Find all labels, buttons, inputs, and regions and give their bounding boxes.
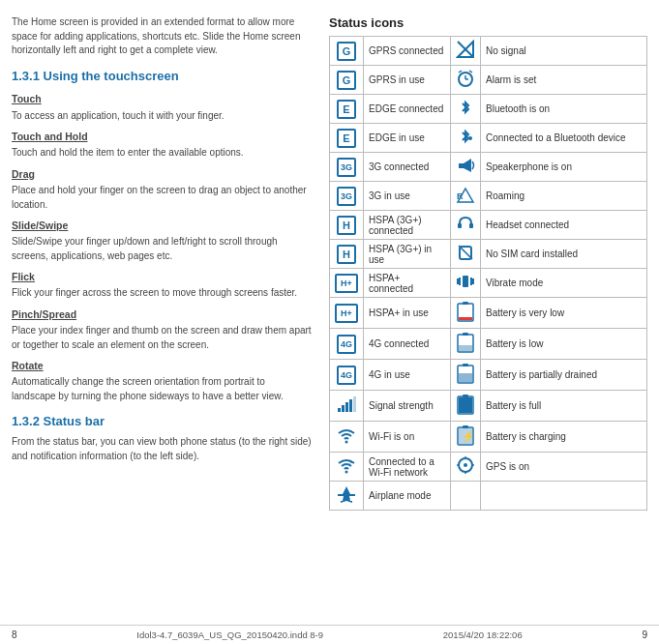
right-label-cell: Alarm is set [481, 66, 647, 95]
table-row: HHSPA (3G+) in useNo SIM card installed [330, 240, 647, 269]
touch-title: Touch [12, 92, 312, 106]
svg-rect-29 [459, 373, 472, 382]
left-icon-cell: 3G [330, 182, 364, 211]
right-icon-cell: R [451, 182, 481, 211]
left-label-cell: Connected to a Wi-Fi network [364, 453, 451, 482]
left-icon-cell: 4G [330, 360, 364, 391]
left-icon-cell: 4G [330, 329, 364, 360]
statusbar-text: From the status bar, you can view both p… [12, 435, 312, 463]
right-icon-cell [451, 391, 481, 422]
svg-rect-34 [353, 396, 356, 412]
footer-date: 2015/4/20 18:22:06 [443, 629, 523, 640]
right-label-cell: Battery is very low [481, 298, 647, 329]
left-icon-cell [330, 482, 364, 511]
left-label-cell: HSPA (3G+) connected [364, 211, 451, 240]
left-label-cell: HSPA+ connected [364, 269, 451, 298]
left-icon-cell: ? [330, 453, 364, 482]
right-label-cell: No signal [481, 37, 647, 66]
left-label-cell: Signal strength [364, 391, 451, 422]
table-row: EEDGE in useConnected to a Bluetooth dev… [330, 124, 647, 153]
right-icon-cell [451, 482, 481, 511]
right-label-cell: Vibrate mode [481, 269, 647, 298]
svg-rect-31 [342, 405, 344, 412]
left-icon-cell: H [330, 211, 364, 240]
svg-rect-28 [463, 364, 468, 366]
svg-rect-26 [459, 345, 472, 351]
right-icon-cell [451, 269, 481, 298]
left-label-cell: GPRS in use [364, 66, 451, 95]
left-icon-cell: H+ [330, 298, 364, 329]
footer: 8 Idol3-4.7_6039A_US_QG_20150420.indd 8-… [0, 625, 659, 644]
svg-point-7 [468, 136, 472, 140]
left-icon-cell: G [330, 37, 364, 66]
left-label-cell: EDGE in use [364, 124, 451, 153]
table-row: 3G3G connectedSpeakerphone is on [330, 153, 647, 182]
page-number-left: 8 [12, 629, 17, 640]
right-label-cell: Bluetooth is on [481, 95, 647, 124]
right-icon-cell [451, 153, 481, 182]
intro-text: The Home screen is provided in an extend… [12, 15, 312, 58]
right-icon-cell [451, 360, 481, 391]
left-label-cell: EDGE connected [364, 95, 451, 124]
right-label-cell: Battery is full [481, 391, 647, 422]
right-label-cell: Headset connected [481, 211, 647, 240]
drag-title: Drag [12, 167, 312, 182]
left-icon-cell: 3G [330, 153, 364, 182]
right-label-cell: Battery is low [481, 329, 647, 360]
table-row: EEDGE connectedBluetooth is on [330, 95, 647, 124]
svg-rect-32 [345, 402, 348, 412]
left-label-cell: GPRS connected [364, 37, 451, 66]
svg-rect-8 [459, 163, 464, 168]
pinch-title: Pinch/Spread [12, 307, 312, 322]
flick-text: Flick your finger across the screen to m… [12, 286, 312, 301]
pinch-text: Place your index finger and thumb on the… [12, 324, 312, 352]
left-label-cell: 3G connected [364, 153, 451, 182]
drag-text: Place and hold your finger on the screen… [12, 184, 312, 212]
right-icon-cell [451, 95, 481, 124]
section-131-title: 1.3.1 Using the touchscreen [12, 68, 312, 86]
touch-text: To access an application, touch it with … [12, 109, 312, 124]
rotate-title: Rotate [12, 359, 312, 373]
left-label-cell: 3G in use [364, 182, 451, 211]
svg-rect-33 [349, 399, 352, 412]
table-row: ?Connected to a Wi-Fi networkGPS is on [330, 453, 647, 482]
page-number-right: 9 [642, 629, 647, 640]
left-label-cell: 4G connected [364, 329, 451, 360]
table-row: 3G3G in useRRoaming [330, 182, 647, 211]
left-column: The Home screen is provided in an extend… [12, 15, 312, 617]
left-icon-cell: H+ [330, 269, 364, 298]
svg-rect-22 [463, 302, 468, 305]
svg-rect-36 [463, 395, 468, 397]
left-label-cell: HSPA (3G+) in use [364, 240, 451, 269]
left-label-cell: HSPA+ in use [364, 298, 451, 329]
left-label-cell: 4G in use [364, 360, 451, 391]
table-row: Wi-Fi is on⚡Battery is charging [330, 422, 647, 453]
left-icon-cell: H [330, 240, 364, 269]
svg-rect-40 [463, 425, 468, 428]
svg-text:?: ? [348, 459, 352, 466]
right-icon-cell [451, 240, 481, 269]
svg-rect-23 [459, 317, 472, 320]
rotate-text: Automatically change the screen orientat… [12, 375, 312, 403]
left-icon-cell: E [330, 124, 364, 153]
svg-point-46 [464, 463, 467, 467]
right-label-cell: GPS is on [481, 453, 647, 482]
table-row: GGPRS in useAlarm is set [330, 66, 647, 95]
svg-rect-25 [463, 333, 468, 336]
svg-marker-9 [464, 159, 471, 172]
right-label-cell: Battery is partially drained [481, 360, 647, 391]
right-icon-cell [451, 37, 481, 66]
right-icon-cell [451, 124, 481, 153]
right-icon-cell [451, 298, 481, 329]
svg-point-38 [345, 441, 348, 444]
right-label-cell: Connected to a Bluetooth device [481, 124, 647, 153]
table-row: HHSPA (3G+) connectedHeadset connected [330, 211, 647, 240]
right-icon-cell [451, 329, 481, 360]
left-label-cell: Wi-Fi is on [364, 422, 451, 453]
status-table: GGPRS connectedNo signalGGPRS in useAlar… [329, 36, 647, 511]
right-icon-cell [451, 66, 481, 95]
table-row: 4G4G in useBattery is partially drained [330, 360, 647, 391]
status-icons-title: Status icons [329, 15, 647, 30]
right-column: Status icons GGPRS connectedNo signalGGP… [329, 15, 647, 617]
right-icon-cell [451, 453, 481, 482]
